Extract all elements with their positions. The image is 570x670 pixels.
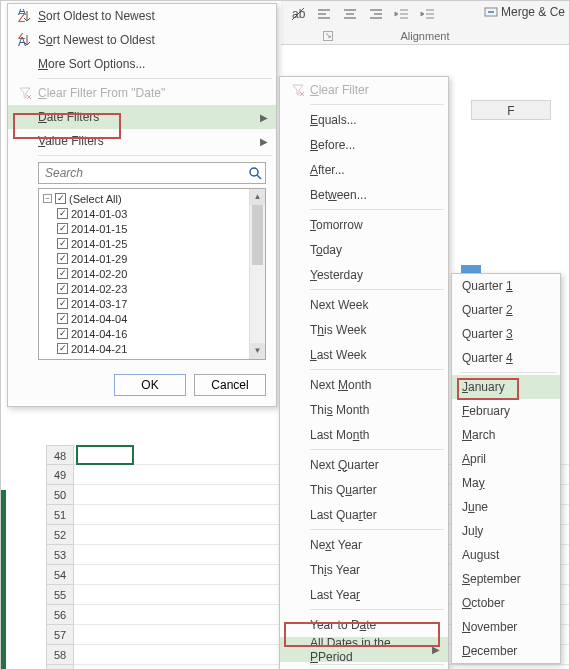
checkbox-icon[interactable]: ✓ <box>57 283 68 294</box>
date-item[interactable]: ✓2014-01-15 <box>41 221 263 236</box>
selection-accent <box>1 490 6 670</box>
search-icon[interactable] <box>248 166 262 180</box>
date-item[interactable]: ✓2014-01-25 <box>41 236 263 251</box>
select-all-item[interactable]: − ✓ (Select All) <box>41 191 263 206</box>
period-november[interactable]: November <box>452 615 560 639</box>
row-header[interactable]: 57 <box>46 625 74 645</box>
filter-after[interactable]: After... <box>280 157 448 182</box>
period-august[interactable]: August <box>452 543 560 567</box>
orientation-icon[interactable]: ab <box>287 4 309 24</box>
period-july[interactable]: July <box>452 519 560 543</box>
filter-this-quarter[interactable]: This Quarter <box>280 477 448 502</box>
row-header[interactable]: 54 <box>46 565 74 585</box>
active-cell-cursor[interactable] <box>76 445 134 465</box>
filter-equals[interactable]: Equals... <box>280 107 448 132</box>
filter-tomorrow[interactable]: Tomorrow <box>280 212 448 237</box>
menu-label: Sort Newest to Oldest <box>36 33 268 47</box>
column-header-f[interactable]: F <box>471 100 551 120</box>
period-december[interactable]: December <box>452 639 560 663</box>
more-sort-options[interactable]: More Sort Options... <box>8 52 276 76</box>
filter-values-tree[interactable]: − ✓ (Select All) ✓2014-01-03 ✓2014-01-15… <box>38 188 266 360</box>
date-item[interactable]: ✓2014-02-20 <box>41 266 263 281</box>
filter-last-month[interactable]: Last Month <box>280 422 448 447</box>
filter-next-week[interactable]: Next Week <box>280 292 448 317</box>
checkbox-icon[interactable]: ✓ <box>57 238 68 249</box>
filter-next-month[interactable]: Next Month <box>280 372 448 397</box>
checkbox-icon[interactable]: ✓ <box>57 298 68 309</box>
checkbox-icon[interactable]: ✓ <box>57 223 68 234</box>
scroll-thumb[interactable] <box>252 205 263 265</box>
row-header[interactable]: 58 <box>46 645 74 665</box>
date-filters[interactable]: Date Filters ▶ <box>8 105 276 129</box>
row-header[interactable]: 59 <box>46 665 74 670</box>
filter-last-week[interactable]: Last Week <box>280 342 448 367</box>
date-item[interactable]: ✓2014-04-16 <box>41 326 263 341</box>
merge-cells-button[interactable]: Merge & Ce <box>484 5 565 19</box>
scroll-down-icon[interactable]: ▼ <box>250 343 265 359</box>
checkbox-icon[interactable]: ✓ <box>57 253 68 264</box>
period-q1[interactable]: Quarter 1 <box>452 274 560 298</box>
filter-between[interactable]: Between... <box>280 182 448 207</box>
scroll-up-icon[interactable]: ▲ <box>250 189 265 205</box>
filter-this-month[interactable]: This Month <box>280 397 448 422</box>
svg-point-6 <box>250 168 258 176</box>
checkbox-icon[interactable]: ✓ <box>55 193 66 204</box>
tree-label: (Select All) <box>69 193 122 205</box>
filter-this-year[interactable]: This Year <box>280 557 448 582</box>
value-filters[interactable]: Value Filters ▶ <box>8 129 276 153</box>
checkbox-icon[interactable]: ✓ <box>57 328 68 339</box>
period-q2[interactable]: Quarter 2 <box>452 298 560 322</box>
period-q4[interactable]: Quarter 4 <box>452 346 560 370</box>
period-january[interactable]: January <box>452 375 560 399</box>
date-item[interactable]: ✓2014-04-21 <box>41 341 263 356</box>
date-item[interactable]: ✓2014-03-17 <box>41 296 263 311</box>
checkbox-icon[interactable]: ✓ <box>57 268 68 279</box>
indent-increase-icon[interactable] <box>417 4 439 24</box>
period-september[interactable]: September <box>452 567 560 591</box>
period-march[interactable]: March <box>452 423 560 447</box>
row-header[interactable]: 50 <box>46 485 74 505</box>
row-header[interactable]: 53 <box>46 545 74 565</box>
checkbox-icon[interactable]: ✓ <box>57 343 68 354</box>
date-item[interactable]: ✓2014-02-23 <box>41 281 263 296</box>
period-june[interactable]: June <box>452 495 560 519</box>
scrollbar[interactable]: ▲ ▼ <box>249 189 265 359</box>
filter-today[interactable]: Today <box>280 237 448 262</box>
row-header[interactable]: 55 <box>46 585 74 605</box>
checkbox-icon[interactable]: ✓ <box>57 313 68 324</box>
period-april[interactable]: April <box>452 447 560 471</box>
indent-decrease-icon[interactable] <box>391 4 413 24</box>
align-center-icon[interactable] <box>339 4 361 24</box>
row-header[interactable]: 52 <box>46 525 74 545</box>
date-item[interactable]: ✓2014-01-29 <box>41 251 263 266</box>
collapse-toggle-icon[interactable]: − <box>43 194 52 203</box>
row-header[interactable]: 56 <box>46 605 74 625</box>
date-item[interactable]: ✓2014-01-03 <box>41 206 263 221</box>
filter-year-to-date[interactable]: Year to Date <box>280 612 448 637</box>
filter-next-year[interactable]: Next Year <box>280 532 448 557</box>
period-october[interactable]: October <box>452 591 560 615</box>
filter-before[interactable]: Before... <box>280 132 448 157</box>
period-may[interactable]: May <box>452 471 560 495</box>
filter-next-quarter[interactable]: Next Quarter <box>280 452 448 477</box>
row-header[interactable]: 49 <box>46 465 74 485</box>
filter-last-quarter[interactable]: Last Quarter <box>280 502 448 527</box>
search-input[interactable] <box>38 162 266 184</box>
filter-last-year[interactable]: Last Year <box>280 582 448 607</box>
sort-newest-oldest[interactable]: ZA Sort Newest to Oldest <box>8 28 276 52</box>
period-q3[interactable]: Quarter 3 <box>452 322 560 346</box>
align-left-icon[interactable] <box>313 4 335 24</box>
filter-this-week[interactable]: This Week <box>280 317 448 342</box>
align-right-icon[interactable] <box>365 4 387 24</box>
filter-all-dates-period[interactable]: All Dates in the PPeriod▶ <box>280 637 448 662</box>
menu-label: More Sort Options... <box>36 57 268 71</box>
filter-yesterday[interactable]: Yesterday <box>280 262 448 287</box>
ok-button[interactable]: OK <box>114 374 186 396</box>
sort-oldest-newest[interactable]: AZ Sort Oldest to Newest <box>8 4 276 28</box>
row-header[interactable]: 48 <box>46 445 74 465</box>
period-february[interactable]: February <box>452 399 560 423</box>
cancel-button[interactable]: Cancel <box>194 374 266 396</box>
date-item[interactable]: ✓2014-04-04 <box>41 311 263 326</box>
checkbox-icon[interactable]: ✓ <box>57 208 68 219</box>
row-header[interactable]: 51 <box>46 505 74 525</box>
